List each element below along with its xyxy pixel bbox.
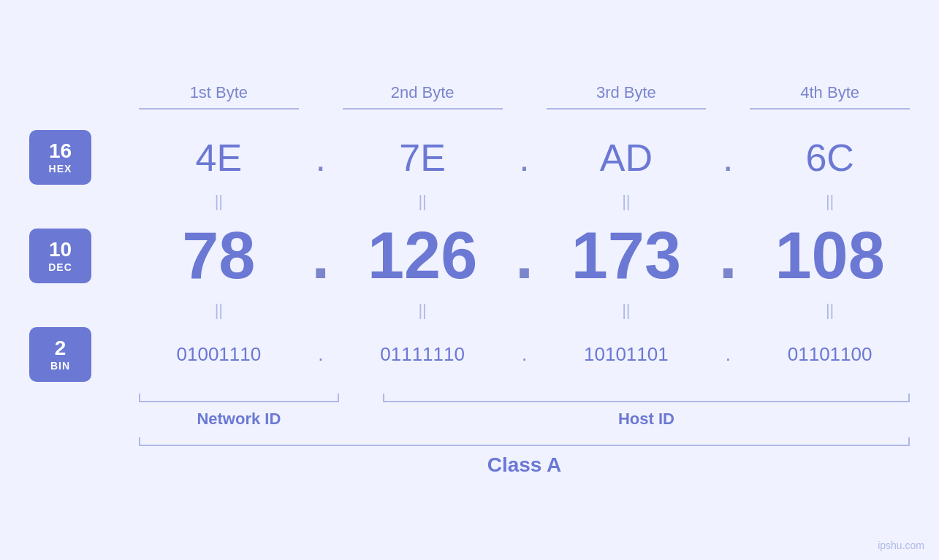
top-bracket-row bbox=[29, 108, 910, 110]
dec-byte-4: 108 bbox=[750, 218, 910, 294]
eq-7: || bbox=[547, 301, 707, 320]
eq-8: || bbox=[750, 301, 910, 320]
host-id-bracket bbox=[383, 394, 910, 402]
class-label: Class A bbox=[487, 453, 562, 477]
hex-byte-3: AD bbox=[547, 136, 707, 180]
eq-1: || bbox=[139, 192, 299, 211]
byte-label-3: 3rd Byte bbox=[547, 83, 707, 108]
bracket-line-1 bbox=[139, 108, 299, 110]
hex-dot-2: . bbox=[503, 136, 547, 180]
hex-byte-2: 7E bbox=[343, 136, 503, 180]
dec-row: 10 DEC 78 . 126 . 173 . 108 bbox=[29, 218, 910, 294]
hex-badge: 16 HEX bbox=[29, 130, 91, 185]
hex-dot-1: . bbox=[299, 136, 343, 180]
host-id-label: Host ID bbox=[618, 410, 674, 429]
network-host-bracket-row: Network ID Host ID bbox=[29, 394, 910, 429]
eq-2: || bbox=[343, 192, 503, 211]
dec-badge: 10 DEC bbox=[29, 229, 91, 283]
hex-row: 16 HEX 4E . 7E . AD . 6C bbox=[29, 130, 910, 185]
eq-4: || bbox=[750, 192, 910, 211]
dec-base-label: DEC bbox=[48, 261, 72, 273]
bin-byte-3: 10101101 bbox=[547, 343, 707, 366]
hex-dot-3: . bbox=[706, 136, 750, 180]
watermark: ipshu.com bbox=[878, 540, 924, 551]
bracket-line-3 bbox=[547, 108, 707, 110]
host-id-section: Host ID bbox=[383, 394, 910, 429]
eq-6: || bbox=[343, 301, 503, 320]
bin-badge: 2 BIN bbox=[29, 327, 91, 382]
dec-byte-3: 173 bbox=[547, 218, 707, 294]
bin-byte-1: 01001110 bbox=[139, 343, 299, 366]
bin-byte-4: 01101100 bbox=[750, 343, 910, 366]
class-row: Class A bbox=[29, 437, 910, 477]
hex-byte-1: 4E bbox=[139, 136, 299, 180]
byte-labels-row: 1st Byte 2nd Byte 3rd Byte 4th Byte bbox=[29, 83, 910, 108]
bin-row: 2 BIN 01001110 . 01111110 . 10101101 . 0… bbox=[29, 327, 910, 382]
dec-dot-3: . bbox=[706, 218, 750, 294]
hex-base-number: 16 bbox=[49, 140, 72, 163]
network-id-label: Network ID bbox=[197, 410, 281, 429]
byte-label-2: 2nd Byte bbox=[343, 83, 503, 108]
network-id-section: Network ID bbox=[139, 394, 339, 429]
bin-base-number: 2 bbox=[55, 337, 66, 360]
bracket-line-2 bbox=[343, 108, 503, 110]
byte-label-1: 1st Byte bbox=[139, 83, 299, 108]
class-bracket bbox=[139, 437, 910, 446]
hex-base-label: HEX bbox=[49, 163, 72, 174]
bin-byte-2: 01111110 bbox=[343, 343, 503, 366]
dec-dot-2: . bbox=[503, 218, 547, 294]
dec-byte-1: 78 bbox=[139, 218, 299, 294]
network-id-bracket bbox=[139, 394, 339, 402]
dec-base-number: 10 bbox=[49, 239, 72, 261]
bin-dot-3: . bbox=[706, 343, 750, 366]
main-container: 1st Byte 2nd Byte 3rd Byte 4th Byte 16 H… bbox=[0, 0, 939, 560]
byte-label-4: 4th Byte bbox=[750, 83, 910, 108]
bin-base-label: BIN bbox=[50, 360, 70, 372]
bin-dot-2: . bbox=[503, 343, 547, 366]
class-section: Class A bbox=[139, 437, 910, 477]
bin-dot-1: . bbox=[299, 343, 343, 366]
equals-row-2: || || || || bbox=[29, 301, 910, 320]
eq-3: || bbox=[547, 192, 707, 211]
bracket-line-4 bbox=[750, 108, 910, 110]
equals-row-1: || || || || bbox=[29, 192, 910, 211]
dec-byte-2: 126 bbox=[343, 218, 503, 294]
eq-5: || bbox=[139, 301, 299, 320]
dec-dot-1: . bbox=[299, 218, 343, 294]
hex-byte-4: 6C bbox=[750, 136, 910, 180]
